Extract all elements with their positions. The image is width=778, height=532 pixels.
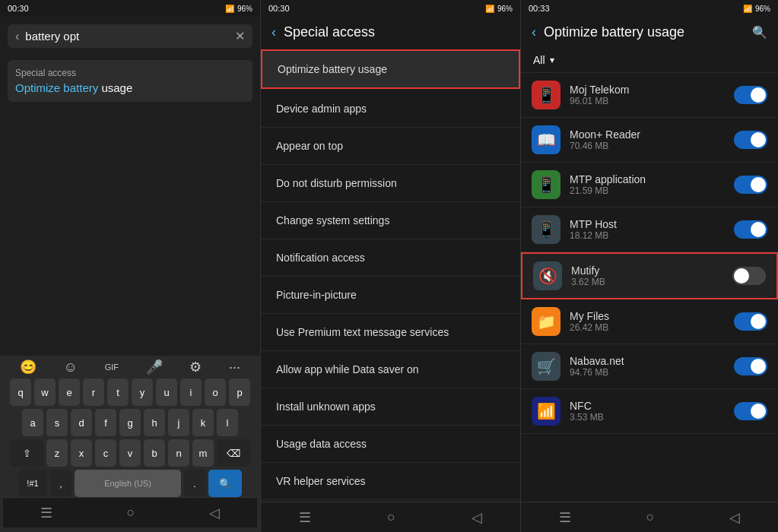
app-item-2[interactable]: 📱 MTP application 21.59 MB	[521, 163, 778, 207]
key-a[interactable]: a	[22, 409, 43, 436]
key-shift[interactable]: ⇧	[10, 439, 43, 467]
menu-item-2[interactable]: Appear on top	[261, 128, 520, 165]
mic-icon[interactable]: 🎤	[146, 359, 163, 375]
nav-home-2[interactable]: ○	[387, 509, 395, 525]
key-backspace[interactable]: ⌫	[217, 439, 250, 467]
toggle-4[interactable]	[732, 267, 766, 285]
nav-back-1[interactable]: ◁	[209, 505, 220, 521]
key-d[interactable]: d	[71, 409, 92, 436]
menu-item-9[interactable]: Install unknown apps	[261, 388, 520, 426]
app-item-5[interactable]: 📁 My Files 26.42 MB	[521, 299, 778, 344]
back-button-3[interactable]: ‹	[532, 24, 536, 40]
menu-item-6[interactable]: Picture-in-picture	[261, 277, 520, 314]
key-m[interactable]: m	[192, 439, 214, 467]
key-o[interactable]: o	[205, 378, 226, 406]
app-icon-7: 📶	[532, 397, 560, 426]
key-u[interactable]: u	[156, 378, 177, 406]
menu-item-10[interactable]: Usage data access	[261, 426, 520, 463]
menu-item-4[interactable]: Change system settings	[261, 202, 520, 239]
status-icons-2: 📶 96%	[485, 5, 513, 13]
app-icon-1: 📖	[532, 125, 560, 154]
keyboard-row-1: q w e r t y u i o p	[3, 378, 257, 406]
key-e[interactable]: e	[59, 378, 80, 406]
search-input[interactable]	[25, 30, 229, 43]
app-item-4[interactable]: 🔇 Mutify 3.62 MB	[521, 252, 778, 299]
key-v[interactable]: v	[119, 439, 141, 467]
filter-row[interactable]: All ▾	[521, 48, 778, 73]
key-i[interactable]: i	[180, 378, 202, 406]
close-icon[interactable]: ✕	[235, 29, 245, 43]
nav-back-2[interactable]: ◁	[472, 509, 482, 526]
app-size-1: 70.46 MB	[570, 141, 725, 151]
key-n[interactable]: n	[168, 439, 189, 467]
toggle-6[interactable]	[734, 357, 767, 375]
key-p[interactable]: p	[229, 378, 250, 406]
nav-back-3[interactable]: ◁	[729, 509, 740, 526]
more-icon[interactable]: ···	[229, 359, 240, 375]
menu-item-3[interactable]: Do not disturb permission	[261, 165, 520, 202]
toggle-5[interactable]	[734, 312, 767, 331]
key-period[interactable]: .	[184, 470, 205, 497]
key-search[interactable]: 🔍	[208, 470, 242, 497]
app-item-1[interactable]: 📖 Moon+ Reader 70.46 MB	[521, 118, 778, 163]
app-item-0[interactable]: 📱 Moj Telekom 96.01 MB	[521, 73, 778, 118]
menu-item-11[interactable]: VR helper services	[261, 463, 520, 500]
menu-item-0[interactable]: Optimize battery usage	[261, 49, 520, 89]
key-b[interactable]: b	[144, 439, 165, 467]
nav-home-3[interactable]: ○	[646, 509, 655, 525]
app-name-2: MTP application	[570, 173, 725, 185]
menu-item-1[interactable]: Device admin apps	[261, 90, 520, 128]
toggle-1[interactable]	[734, 131, 767, 149]
key-z[interactable]: z	[46, 439, 68, 467]
key-c[interactable]: c	[95, 439, 116, 467]
key-j[interactable]: j	[168, 409, 189, 436]
menu-item-5[interactable]: Notification access	[261, 239, 520, 277]
toggle-3[interactable]	[734, 220, 767, 239]
app-size-3: 18.12 MB	[570, 230, 725, 241]
search-bar[interactable]: ‹ ✕	[8, 24, 252, 48]
status-bar-2: 00:30 📶 96%	[261, 0, 520, 17]
nav-home-1[interactable]: ○	[127, 505, 135, 521]
key-symbols[interactable]: !#1	[18, 470, 47, 497]
key-space[interactable]: English (US)	[75, 470, 181, 497]
menu-item-8[interactable]: Allow app while Data saver on	[261, 351, 520, 388]
key-comma[interactable]: ,	[50, 470, 71, 497]
app-item-7[interactable]: 📶 NFC 3.53 MB	[521, 389, 778, 434]
nav-menu-2[interactable]: ☰	[299, 509, 311, 526]
key-w[interactable]: w	[34, 378, 56, 406]
toggle-7[interactable]	[734, 402, 767, 420]
key-r[interactable]: r	[83, 378, 104, 406]
key-k[interactable]: k	[192, 409, 214, 436]
app-item-3[interactable]: 📱 MTP Host 18.12 MB	[521, 207, 778, 252]
key-s[interactable]: s	[46, 409, 68, 436]
key-q[interactable]: q	[10, 378, 31, 406]
search-result[interactable]: Special access Optimize battery usage	[8, 60, 252, 102]
toggle-2[interactable]	[734, 176, 767, 194]
settings-icon[interactable]: ⚙	[189, 359, 202, 375]
key-f[interactable]: f	[95, 409, 116, 436]
keyboard-rows: q w e r t y u i o p a s d f g h j k l	[3, 378, 257, 497]
key-l[interactable]: l	[217, 409, 238, 436]
back-button-2[interactable]: ‹	[272, 24, 276, 40]
nav-menu-3[interactable]: ☰	[559, 509, 571, 526]
battery-icon-1: 96%	[237, 5, 252, 13]
nav-menu-1[interactable]: ☰	[40, 505, 52, 521]
app-icon-0: 📱	[532, 81, 560, 109]
app-info-7: NFC 3.53 MB	[570, 400, 725, 423]
back-arrow-icon[interactable]: ‹	[15, 30, 19, 43]
sticker-icon[interactable]: ☺	[64, 359, 78, 375]
app-item-6[interactable]: 🛒 Nabava.net 94.76 MB	[521, 344, 778, 389]
key-g[interactable]: g	[119, 409, 141, 436]
app-info-2: MTP application 21.59 MB	[570, 173, 725, 196]
key-x[interactable]: x	[71, 439, 92, 467]
key-y[interactable]: y	[132, 378, 153, 406]
toggle-0[interactable]	[734, 86, 767, 104]
key-t[interactable]: t	[107, 378, 129, 406]
search-icon-3[interactable]: 🔍	[752, 25, 767, 40]
gif-icon[interactable]: GIF	[105, 363, 119, 372]
optimize-panel: 00:33 📶 96% ‹ Optimize battery usage 🔍 A…	[520, 0, 778, 532]
key-h[interactable]: h	[144, 409, 165, 436]
emoji-icon[interactable]: 😊	[20, 359, 37, 375]
menu-item-7[interactable]: Use Premium text message services	[261, 314, 520, 351]
app-name-4: Mutify	[571, 264, 723, 277]
